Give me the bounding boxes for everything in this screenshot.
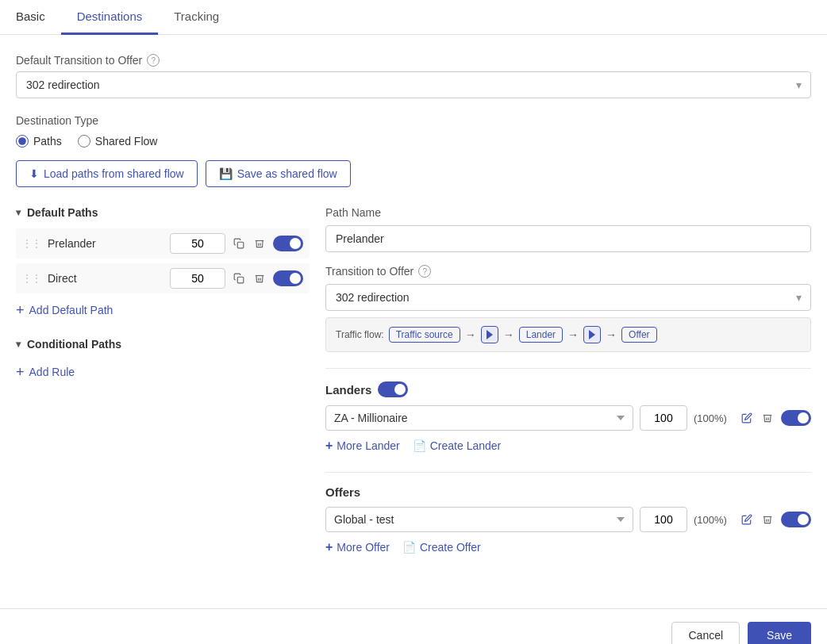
default-paths-list: ⋮⋮ Prelander ⋮⋮ — [16, 228, 310, 293]
copy-path-direct[interactable] — [232, 271, 246, 286]
svg-rect-0 — [237, 242, 244, 248]
flow-lander: Lander — [519, 327, 563, 343]
add-rule-button[interactable]: + Add Rule — [16, 360, 75, 384]
flow-arrow-2: → — [503, 328, 514, 341]
traffic-flow-bar: Traffic flow: Traffic source → → Lander … — [325, 317, 811, 352]
help-icon-transition[interactable]: ? — [147, 54, 160, 67]
lander-weight-0[interactable] — [640, 405, 687, 431]
default-transition-label: Default Transition to Offer ? — [16, 54, 811, 67]
offer-select-0[interactable]: Global - test — [325, 507, 633, 532]
landers-section: Landers ZA - Millionaire (100%) — [325, 381, 811, 453]
main-layout: ▾ Default Paths ⋮⋮ Prelander — [16, 206, 811, 573]
tab-basic[interactable]: Basic — [0, 0, 61, 35]
create-offer-button[interactable]: 📄 Create Offer — [402, 541, 481, 554]
default-transition-select[interactable]: 302 redirection — [16, 71, 811, 98]
path-weight-direct[interactable] — [170, 268, 225, 289]
default-paths-header[interactable]: ▾ Default Paths — [16, 206, 310, 219]
flow-offer: Offer — [621, 327, 656, 343]
toggle-lander-0[interactable] — [781, 410, 811, 426]
transition-select[interactable]: 302 redirection — [325, 284, 811, 311]
path-name-input[interactable] — [325, 225, 811, 252]
more-lander-button[interactable]: + More Lander — [325, 439, 400, 453]
path-row-prelander: ⋮⋮ Prelander — [16, 228, 310, 259]
toggle-prelander[interactable] — [273, 236, 303, 251]
radio-shared-flow[interactable]: Shared Flow — [78, 135, 158, 148]
plus-icon: + — [16, 303, 25, 317]
transition-select-wrapper: 302 redirection ▾ — [325, 284, 811, 311]
flow-arrow-3: → — [567, 328, 579, 341]
offers-section: Offers Global - test (100%) — [325, 485, 811, 554]
cancel-button[interactable]: Cancel — [671, 622, 740, 644]
edit-lander-0[interactable] — [740, 411, 754, 425]
flow-arrow-4: → — [606, 328, 617, 341]
flow-triangle-2 — [583, 326, 601, 343]
svg-rect-1 — [237, 277, 244, 283]
path-weight-prelander[interactable] — [170, 233, 225, 254]
plus-offer-icon: + — [325, 540, 333, 554]
tab-destinations[interactable]: Destinations — [61, 0, 159, 35]
toggle-landers[interactable] — [378, 381, 408, 397]
path-name-section: Path Name — [325, 206, 811, 252]
lander-select-0[interactable]: ZA - Millionaire — [325, 405, 633, 431]
create-lander-button[interactable]: 📄 Create Lander — [413, 439, 502, 452]
transition-label: Transition to Offer ? — [325, 265, 811, 278]
path-row-direct: ⋮⋮ Direct — [16, 263, 310, 293]
radio-paths[interactable]: Paths — [16, 135, 62, 148]
flow-arrow-1: → — [465, 328, 476, 341]
delete-path-prelander[interactable] — [252, 236, 267, 251]
flow-traffic-source: Traffic source — [389, 327, 460, 343]
help-icon-transition-right[interactable]: ? — [418, 265, 431, 278]
plus-lander-icon: + — [325, 439, 333, 453]
file-offer-icon: 📄 — [402, 541, 416, 554]
conditional-paths-header[interactable]: ▾ Conditional Paths — [16, 338, 310, 351]
delete-path-direct[interactable] — [252, 271, 267, 286]
footer: Cancel Save — [0, 608, 827, 644]
destination-type-label: Destination Type — [16, 114, 811, 127]
right-panel: Path Name Transition to Offer ? 302 redi… — [325, 206, 811, 573]
default-transition-select-wrapper: 302 redirection ▾ — [16, 71, 811, 98]
lander-pct-0: (100%) — [694, 412, 733, 424]
delete-lander-0[interactable] — [760, 411, 775, 425]
lander-actions: + More Lander 📄 Create Lander — [325, 439, 811, 453]
landers-header: Landers — [325, 381, 811, 397]
toggle-offer-0[interactable] — [781, 512, 811, 527]
edit-offer-0[interactable] — [740, 512, 754, 527]
drag-handle-icon[interactable]: ⋮⋮ — [22, 273, 41, 284]
offers-header: Offers — [325, 485, 811, 499]
tab-bar: Basic Destinations Tracking — [0, 0, 827, 35]
copy-path-prelander[interactable] — [232, 236, 246, 251]
toggle-direct[interactable] — [273, 270, 303, 286]
offer-pct-0: (100%) — [694, 514, 733, 526]
destination-type-radio-group: Paths Shared Flow — [16, 135, 811, 148]
plus-icon-rule: + — [16, 365, 25, 379]
file-lander-icon: 📄 — [413, 439, 426, 452]
offer-actions: + More Offer 📄 Create Offer — [325, 540, 811, 554]
lander-row-0: ZA - Millionaire (100%) — [325, 405, 811, 431]
save-shared-button[interactable]: 💾 Save as shared flow — [206, 160, 351, 187]
transition-section: Transition to Offer ? 302 redirection ▾ … — [325, 265, 811, 352]
action-buttons: ⬇ Load paths from shared flow 💾 Save as … — [16, 160, 811, 187]
drag-handle-icon[interactable]: ⋮⋮ — [22, 238, 41, 249]
delete-offer-0[interactable] — [760, 512, 775, 527]
path-name-label: Path Name — [325, 206, 811, 219]
chevron-down-icon: ▾ — [16, 207, 21, 218]
offer-weight-0[interactable] — [640, 507, 687, 532]
flow-triangle-1 — [481, 326, 498, 343]
add-default-path-button[interactable]: + Add Default Path — [16, 298, 113, 322]
left-panel: ▾ Default Paths ⋮⋮ Prelander — [16, 206, 310, 573]
more-offer-button[interactable]: + More Offer — [325, 540, 390, 554]
tab-tracking[interactable]: Tracking — [158, 0, 235, 35]
chevron-down-icon-conditional: ▾ — [16, 339, 21, 350]
save-button[interactable]: Save — [748, 622, 811, 644]
offer-row-0: Global - test (100%) — [325, 507, 811, 532]
download-icon: ⬇ — [29, 167, 39, 180]
save-icon: 💾 — [219, 167, 233, 180]
load-paths-button[interactable]: ⬇ Load paths from shared flow — [16, 160, 198, 187]
conditional-paths-section: ▾ Conditional Paths + Add Rule — [16, 338, 310, 384]
